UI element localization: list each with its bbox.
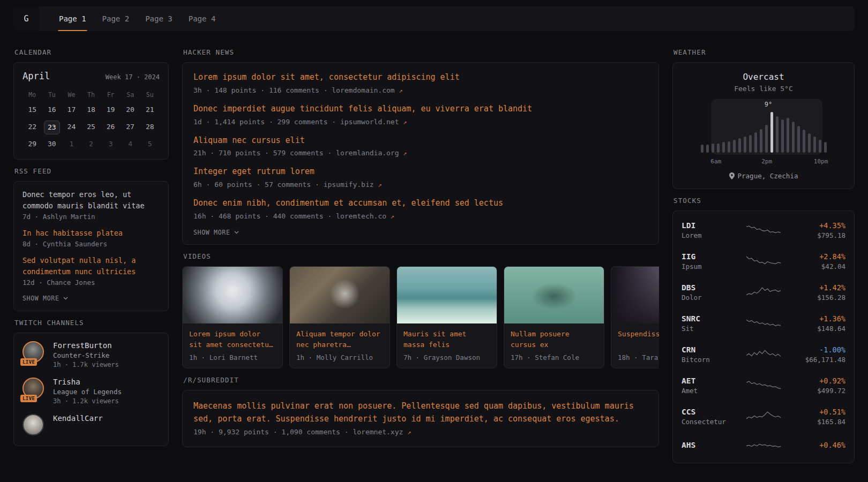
stock-change: +0.46%: [796, 441, 845, 449]
weather-bar: [808, 133, 811, 153]
rss-item-meta: 7d · Ashlyn Martin: [23, 213, 160, 221]
hn-domain-link[interactable]: ipsumworld.net ↗: [340, 118, 407, 126]
weather-bar-current: [770, 112, 773, 153]
hackernews-section-header: HACKER NEWS: [183, 48, 659, 56]
app-logo-letter: G: [24, 14, 28, 24]
weather-bar: [781, 119, 784, 153]
video-card[interactable]: Aliquam tempor dolor nec pharetra… 1h · …: [289, 266, 390, 368]
stock-values: -1.00% $66,171.48: [796, 345, 845, 364]
video-card[interactable]: Lorem ipsum dolor sit amet consectetu… 1…: [182, 266, 283, 368]
twitch-channel-meta: 1h · 1.7k viewers: [53, 361, 119, 368]
video-title[interactable]: Suspendisse diam: [618, 329, 659, 350]
hn-domain-link[interactable]: ipsumify.biz ↗: [324, 180, 382, 189]
video-title[interactable]: Mauris sit amet massa felis: [403, 329, 490, 350]
tab-page-2[interactable]: Page 2: [94, 6, 138, 31]
stock-ticker: AET: [682, 376, 731, 385]
hackernews-widget: Lorem ipsum dolor sit amet, consectetur …: [182, 62, 659, 245]
tab-page-3[interactable]: Page 3: [137, 6, 181, 31]
weather-bar: [754, 132, 757, 153]
rss-show-more-label: SHOW MORE: [23, 295, 59, 302]
hn-domain-link[interactable]: loremlandia.org ↗: [336, 149, 407, 157]
rss-item-title[interactable]: Sed volutpat nulla nisl, a condimentum n…: [23, 255, 160, 277]
stock-change: +0.92%: [796, 376, 845, 385]
video-title[interactable]: Nullam posuere cursus ex: [511, 329, 597, 350]
left-column: CALENDAR April Week 17 · 2024 Mo Tu We T…: [13, 41, 169, 446]
video-thumbnail[interactable]: [397, 267, 497, 323]
rss-show-more-button[interactable]: SHOW MORE: [23, 295, 68, 302]
video-thumbnail[interactable]: [504, 267, 604, 323]
weather-bar: [813, 137, 816, 153]
rss-item[interactable]: Donec tempor eros leo, ut commodo mauris…: [23, 189, 160, 221]
tab-page-4[interactable]: Page 4: [181, 6, 224, 31]
hn-story-title[interactable]: Aliquam nec cursus elit: [193, 135, 648, 147]
stock-change: +1.42%: [796, 283, 845, 292]
weather-bar: [787, 118, 789, 153]
tab-page-1-label: Page 1: [59, 14, 86, 23]
stock-name: Lorem: [682, 231, 731, 239]
stock-sparkline: [735, 348, 792, 362]
calendar-day: 17: [63, 103, 80, 117]
weather-bar: [722, 142, 725, 153]
twitch-channel-meta: 3h · 1.2k viewers: [53, 397, 122, 405]
dashboard-grid: CALENDAR April Week 17 · 2024 Mo Tu We T…: [0, 31, 868, 463]
right-column: WEATHER Overcast Feels like 5°C 9° 6am 2…: [672, 41, 855, 463]
video-thumbnail[interactable]: [183, 267, 282, 323]
twitch-channel-name[interactable]: Trisha: [53, 378, 122, 386]
rss-item-title[interactable]: In hac habitasse platea: [23, 228, 160, 239]
reddit-post-title[interactable]: Maecenas mollis pulvinar erat non posuer…: [193, 400, 648, 425]
stock-sparkline: [735, 285, 792, 299]
twitch-channel-row[interactable]: LIVE Trisha League of Legends 3h · 1.2k …: [23, 378, 160, 405]
hn-story-meta: 3h · 148 points · 116 comments · loremdo…: [193, 86, 648, 94]
twitch-channel-game: Counter-Strike: [53, 351, 119, 359]
reddit-post-meta: 19h · 9,932 points · 1,090 comments · lo…: [193, 428, 648, 436]
twitch-channel-name[interactable]: ForrestBurton: [53, 341, 119, 350]
video-title[interactable]: Aliquam tempor dolor nec pharetra…: [296, 329, 383, 350]
stock-info: CRN Bitcorn: [682, 345, 731, 364]
calendar-day: 19: [102, 103, 119, 117]
hn-show-more-label: SHOW MORE: [193, 229, 230, 236]
rss-item[interactable]: Sed volutpat nulla nisl, a condimentum n…: [23, 255, 160, 287]
twitch-channel-row[interactable]: KendallCarr: [23, 414, 160, 438]
external-link-icon: ↗: [403, 118, 407, 126]
video-card[interactable]: Mauris sit amet massa felis 7h · Grayson…: [396, 266, 497, 368]
external-link-icon: ↗: [378, 181, 381, 189]
chevron-down-icon: [63, 297, 68, 300]
hn-story-title[interactable]: Donec imperdiet augue tincidunt felis al…: [193, 103, 648, 115]
hn-story-title[interactable]: Donec enim nibh, condimentum et accumsan…: [193, 198, 648, 209]
stock-sparkline: [735, 317, 792, 330]
video-card[interactable]: Suspendisse diam 18h · Tara: [611, 266, 659, 368]
page-tabs: Page 1 Page 2 Page 3 Page 4: [51, 6, 223, 31]
hn-domain-link[interactable]: loremdomain.com ↗: [332, 86, 402, 94]
reddit-domain-link[interactable]: loremnet.xyz ↗: [353, 428, 411, 436]
hn-story-title[interactable]: Integer eget rutrum lorem: [193, 166, 648, 178]
stock-values: +1.42% $156.28: [796, 283, 845, 302]
video-title[interactable]: Lorem ipsum dolor sit amet consectetu…: [189, 329, 276, 350]
hn-domain-link[interactable]: loremtech.co ↗: [336, 212, 394, 220]
hn-story-title[interactable]: Lorem ipsum dolor sit amet, consectetur …: [193, 72, 648, 84]
twitch-channel-row[interactable]: LIVE ForrestBurton Counter-Strike 1h · 1…: [23, 341, 160, 368]
stock-ticker: LDI: [682, 221, 731, 230]
hn-story-meta: 1d · 1,414 points · 299 comments · ipsum…: [193, 118, 648, 126]
hn-show-more-button[interactable]: SHOW MORE: [193, 229, 239, 236]
video-card[interactable]: Nullam posuere cursus ex 17h · Stefan Co…: [504, 266, 604, 368]
twitch-channel-name[interactable]: KendallCarr: [53, 414, 103, 423]
calendar-day: 30: [43, 138, 61, 152]
calendar-day: 20: [122, 103, 139, 117]
rss-item-title[interactable]: Donec tempor eros leo, ut commodo mauris…: [23, 189, 160, 212]
stock-price: $499.72: [796, 387, 845, 395]
stock-name: Ipsum: [682, 262, 731, 270]
rss-item[interactable]: In hac habitasse platea 8d · Cynthia Sau…: [23, 228, 160, 248]
video-meta: 17h · Stefan Cole: [511, 353, 597, 362]
calendar-head: April Week 17 · 2024: [23, 71, 160, 81]
calendar-day: 28: [141, 120, 159, 134]
video-thumbnail[interactable]: [290, 267, 390, 323]
stock-row: CCS Consectetur +0.51% $165.84: [682, 401, 845, 432]
video-body: Mauris sit amet massa felis 7h · Grayson…: [397, 323, 497, 368]
weekday-label: We: [62, 89, 81, 100]
subreddit-widget: Maecenas mollis pulvinar erat non posuer…: [182, 390, 659, 447]
tab-page-1[interactable]: Page 1: [51, 6, 94, 31]
live-badge: LIVE: [20, 395, 37, 402]
hn-domain: loremtech.co: [336, 212, 386, 220]
weather-section-header: WEATHER: [674, 48, 855, 56]
video-thumbnail[interactable]: [611, 267, 659, 323]
